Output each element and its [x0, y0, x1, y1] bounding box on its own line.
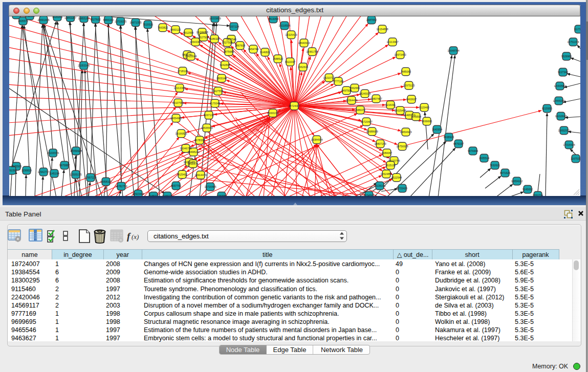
svg-text:9350734: 9350734: [533, 194, 543, 196]
svg-text:16033809: 16033809: [209, 17, 221, 20]
svg-text:12923448: 12923448: [132, 192, 144, 195]
svg-text:9115460: 9115460: [419, 106, 429, 109]
svg-text:19166825: 19166825: [175, 132, 187, 135]
svg-text:20364436: 20364436: [345, 99, 357, 102]
svg-text:7515526: 7515526: [143, 23, 153, 26]
svg-text:5875685: 5875685: [224, 50, 234, 53]
svg-text:19654923: 19654923: [400, 130, 411, 134]
svg-text:9165025: 9165025: [162, 194, 172, 196]
svg-text:9245652: 9245652: [522, 188, 533, 191]
svg-text:10688609: 10688609: [366, 130, 378, 133]
svg-text:1527602: 1527602: [90, 18, 100, 21]
svg-text:7663822: 7663822: [158, 26, 168, 29]
svg-text:1145194: 1145194: [49, 172, 59, 175]
svg-text:6466160: 6466160: [103, 18, 114, 21]
svg-text:9777169: 9777169: [333, 80, 343, 83]
svg-text:16210643: 16210643: [555, 115, 567, 118]
svg-text:1405571: 1405571: [18, 19, 28, 23]
svg-text:13535594: 13535594: [201, 126, 212, 129]
svg-text:8912954: 8912954: [183, 31, 193, 34]
svg-text:9327503: 9327503: [198, 36, 208, 39]
svg-text:19218506: 19218506: [278, 24, 290, 27]
svg-text:7712905: 7712905: [25, 16, 35, 17]
svg-text:2391591: 2391591: [9, 169, 17, 172]
svg-text:15716485: 15716485: [204, 185, 216, 188]
svg-text:9660123: 9660123: [170, 28, 181, 31]
svg-text:9699695: 9699695: [422, 120, 432, 123]
svg-text:10107552: 10107552: [172, 101, 184, 104]
svg-text:16648784: 16648784: [447, 49, 459, 52]
svg-text:10973493: 10973493: [394, 53, 406, 56]
svg-text:9474444: 9474444: [468, 149, 478, 152]
svg-text:7485063: 7485063: [401, 70, 411, 73]
svg-text:9890674: 9890674: [188, 162, 198, 165]
svg-text:19756928: 19756928: [396, 145, 408, 148]
svg-text:16154838: 16154838: [376, 28, 388, 31]
svg-text:10855287: 10855287: [78, 17, 90, 20]
svg-text:9242848: 9242848: [220, 63, 230, 67]
svg-text:14210722: 14210722: [323, 76, 335, 79]
svg-text:1640954: 1640954: [432, 128, 442, 131]
svg-text:9463627: 9463627: [406, 98, 417, 101]
svg-text:23420046: 23420046: [185, 55, 197, 58]
svg-text:7632621: 7632621: [490, 164, 500, 167]
svg-text:2935514: 2935514: [479, 157, 489, 160]
svg-text:8938923: 8938923: [444, 136, 454, 139]
svg-text:15751074: 15751074: [567, 40, 579, 43]
svg-text:15720407: 15720407: [360, 120, 372, 123]
svg-text:16671355: 16671355: [129, 21, 141, 24]
svg-text:2522544: 2522544: [391, 176, 402, 179]
svg-text:1362615: 1362615: [298, 65, 308, 69]
svg-text:(x): (x): [132, 233, 139, 240]
svg-text:12942737: 12942737: [37, 170, 49, 173]
svg-text:19654985: 19654985: [170, 117, 182, 120]
svg-text:12505135: 12505135: [70, 173, 81, 176]
svg-text:1588520: 1588520: [273, 57, 283, 60]
svg-text:9245013: 9245013: [148, 194, 159, 196]
svg-text:12093582: 12093582: [554, 84, 565, 87]
svg-text:16543382: 16543382: [189, 40, 201, 43]
svg-text:9084067: 9084067: [382, 151, 392, 155]
svg-text:8186328: 8186328: [209, 37, 220, 40]
svg-text:7625402: 7625402: [177, 173, 187, 176]
svg-text:9975887: 9975887: [59, 164, 70, 167]
svg-text:2718126: 2718126: [178, 70, 188, 73]
svg-text:10853287: 10853287: [64, 16, 76, 19]
svg-text:10046788: 10046788: [180, 147, 191, 150]
svg-text:16120746: 16120746: [388, 159, 400, 162]
svg-text:20206576: 20206576: [47, 151, 59, 155]
svg-text:15226058: 15226058: [196, 31, 208, 34]
svg-text:17957225: 17957225: [84, 176, 96, 179]
svg-text:17359928: 17359928: [70, 149, 82, 152]
svg-text:18807249: 18807249: [374, 142, 386, 145]
svg-text:9657791: 9657791: [171, 184, 181, 187]
svg-text:7462666: 7462666: [350, 86, 360, 90]
svg-text:9034561: 9034561: [364, 194, 374, 196]
svg-text:8471626: 8471626: [500, 171, 510, 174]
svg-text:10025458: 10025458: [394, 109, 406, 112]
svg-text:10719155: 10719155: [115, 20, 126, 23]
svg-text:8678332: 8678332: [194, 139, 205, 142]
svg-text:18724007: 18724007: [288, 104, 300, 107]
svg-text:10958107: 10958107: [100, 180, 112, 183]
svg-text:8454749: 8454749: [248, 48, 258, 51]
svg-text:16914479: 16914479: [194, 173, 206, 177]
svg-text:7357224: 7357224: [229, 25, 239, 28]
svg-text:1649594: 1649594: [411, 115, 421, 118]
svg-text:8215955: 8215955: [542, 107, 552, 110]
svg-text:18245534: 18245534: [359, 92, 371, 95]
svg-text:9120209: 9120209: [52, 16, 62, 18]
svg-text:1117333: 1117333: [574, 28, 580, 31]
svg-text:25300213: 25300213: [267, 112, 278, 115]
svg-text:17016504: 17016504: [563, 143, 575, 146]
svg-text:1615132: 1615132: [385, 164, 396, 167]
svg-text:1807546: 1807546: [226, 38, 236, 41]
svg-text:12444155: 12444155: [553, 99, 564, 102]
svg-text:13524851: 13524851: [380, 172, 392, 176]
svg-text:13325419: 13325419: [285, 33, 297, 36]
svg-text:4170046: 4170046: [210, 102, 220, 105]
svg-text:6879197: 6879197: [453, 142, 464, 145]
svg-text:2867608: 2867608: [235, 44, 245, 47]
svg-text:8813054: 8813054: [268, 17, 278, 20]
svg-text:20691406: 20691406: [37, 18, 49, 21]
